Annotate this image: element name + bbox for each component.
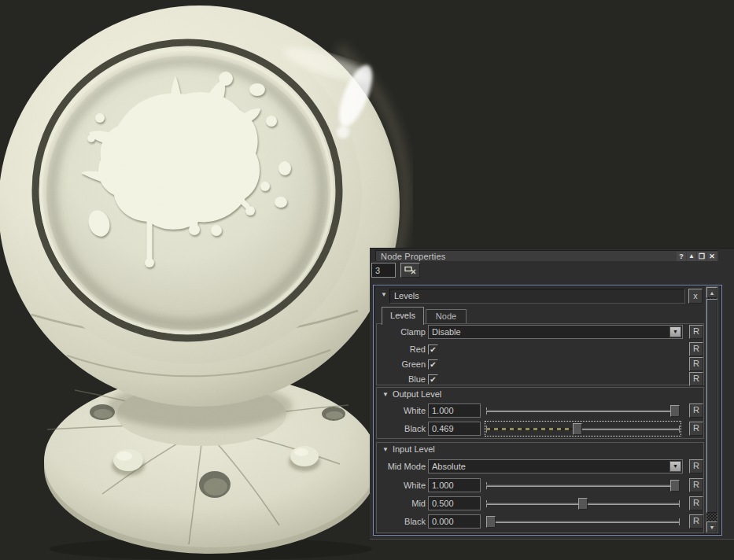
node-properties-panel: Node Properties ? ▲ ❐ ✕ ▼ Levels x Level… xyxy=(370,248,734,540)
panel-titlebar[interactable]: Node Properties ? ▲ ❐ ✕ xyxy=(375,250,718,261)
mid-mode-value: Absolute xyxy=(432,462,466,471)
green-row: Green ✔ R xyxy=(377,357,703,371)
clamp-dropdown[interactable]: Disable ▼ xyxy=(428,325,683,339)
output-white-field[interactable] xyxy=(428,403,481,418)
input-black-label: Black xyxy=(377,517,426,526)
output-white-row: White R xyxy=(377,403,703,418)
output-level-collapse-arrow[interactable]: ▼ xyxy=(382,391,389,398)
input-mid-slider[interactable] xyxy=(486,497,680,510)
red-label: Red xyxy=(377,344,426,354)
mid-mode-label: Mid Mode xyxy=(377,462,426,471)
tab-levels[interactable]: Levels xyxy=(382,307,424,325)
mid-mode-row: Mid Mode Absolute ▼ R xyxy=(377,459,703,473)
blue-label: Blue xyxy=(377,374,426,384)
reset-input-mid-button[interactable]: R xyxy=(689,496,703,510)
input-mid-field[interactable] xyxy=(428,496,481,510)
input-black-slider[interactable] xyxy=(486,515,680,528)
close-icon[interactable]: ✕ xyxy=(707,252,717,261)
red-checkbox[interactable]: ✔ xyxy=(428,344,438,355)
selection-count-field[interactable] xyxy=(371,263,396,278)
reset-clamp-button[interactable]: R xyxy=(689,325,703,339)
blue-row: Blue ✔ R xyxy=(377,372,703,386)
float-window-icon[interactable]: ❐ xyxy=(697,252,706,261)
reset-green-button[interactable]: R xyxy=(689,357,703,371)
output-level-title: Output Level xyxy=(393,389,441,399)
panel-scrollbar[interactable]: ▲ ▼ xyxy=(706,286,718,533)
node-collapse-arrow[interactable]: ▼ xyxy=(381,291,387,298)
reset-input-white-button[interactable]: R xyxy=(689,478,703,492)
mid-mode-dropdown[interactable]: Absolute ▼ xyxy=(428,459,683,473)
reset-red-button[interactable]: R xyxy=(689,342,703,356)
scrollbar-thumb[interactable] xyxy=(706,299,717,513)
scroll-up-icon[interactable]: ▲ xyxy=(706,287,717,298)
input-black-slider-handle[interactable] xyxy=(486,516,496,528)
reset-input-black-button[interactable]: R xyxy=(689,514,703,529)
node-group-box: ▼ Levels x Levels Node Clamp Disable ▼ R… xyxy=(373,285,722,536)
output-white-slider[interactable] xyxy=(486,404,680,417)
help-icon[interactable]: ? xyxy=(677,252,686,261)
titlebar-buttons: ? ▲ ❐ ✕ xyxy=(676,252,718,261)
scroll-down-icon[interactable]: ▼ xyxy=(706,521,717,532)
input-white-label: White xyxy=(377,481,426,490)
chevron-down-icon[interactable]: ▼ xyxy=(669,461,681,472)
collapse-icon[interactable]: ▲ xyxy=(687,252,696,261)
output-black-label: Black xyxy=(377,424,426,433)
clamp-label: Clamp xyxy=(377,327,426,337)
red-row: Red ✔ R xyxy=(377,342,703,356)
blue-checkbox[interactable]: ✔ xyxy=(428,374,438,385)
reset-output-white-button[interactable]: R xyxy=(689,403,703,418)
update-selection-button[interactable] xyxy=(400,263,420,278)
output-black-row: Black R xyxy=(377,422,703,436)
input-white-slider[interactable] xyxy=(486,479,680,492)
input-black-row: Black R xyxy=(377,514,703,529)
green-checkbox[interactable]: ✔ xyxy=(428,359,438,370)
output-white-label: White xyxy=(377,406,426,415)
tab-node[interactable]: Node xyxy=(426,309,467,323)
output-black-field[interactable] xyxy=(428,422,481,436)
output-black-slider[interactable] xyxy=(486,422,680,435)
input-black-field[interactable] xyxy=(428,514,481,529)
input-mid-slider-handle[interactable] xyxy=(578,498,588,510)
reset-mid-mode-button[interactable]: R xyxy=(689,459,703,473)
reset-output-black-button[interactable]: R xyxy=(689,422,703,436)
input-white-slider-handle[interactable] xyxy=(670,480,680,492)
input-mid-label: Mid xyxy=(377,499,426,508)
update-icon xyxy=(404,266,416,274)
node-name-box[interactable]: Levels xyxy=(389,289,685,304)
input-white-field[interactable] xyxy=(428,478,481,492)
input-mid-row: Mid R xyxy=(377,496,703,510)
chevron-down-icon[interactable]: ▼ xyxy=(669,326,681,337)
node-close-button[interactable]: x xyxy=(688,289,703,304)
input-level-collapse-arrow[interactable]: ▼ xyxy=(382,446,389,453)
panel-title: Node Properties xyxy=(376,252,446,261)
output-white-slider-handle[interactable] xyxy=(670,405,680,417)
clamp-row: Clamp Disable ▼ R xyxy=(377,325,703,339)
input-white-row: White R xyxy=(377,478,703,492)
clamp-value: Disable xyxy=(432,327,461,337)
reset-blue-button[interactable]: R xyxy=(689,372,703,386)
output-black-slider-handle[interactable] xyxy=(573,423,582,435)
green-label: Green xyxy=(377,359,426,369)
input-level-title: Input Level xyxy=(393,444,435,454)
